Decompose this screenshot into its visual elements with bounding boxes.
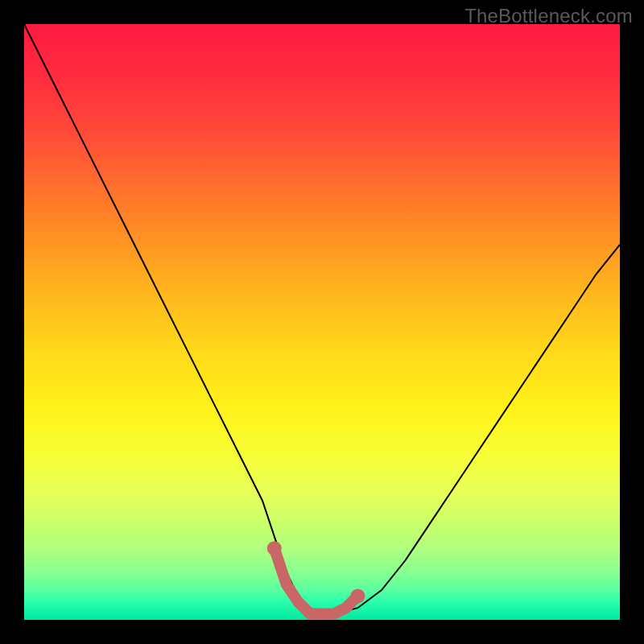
optimal-zone	[24, 24, 620, 620]
optimal-zone-line	[275, 548, 358, 613]
plot-area	[24, 24, 620, 620]
optimal-zone-endpoint	[267, 541, 282, 555]
optimal-zone-endpoint	[350, 588, 365, 603]
chart-frame: TheBottleneck.com	[0, 0, 644, 644]
watermark-text: TheBottleneck.com	[464, 5, 633, 27]
